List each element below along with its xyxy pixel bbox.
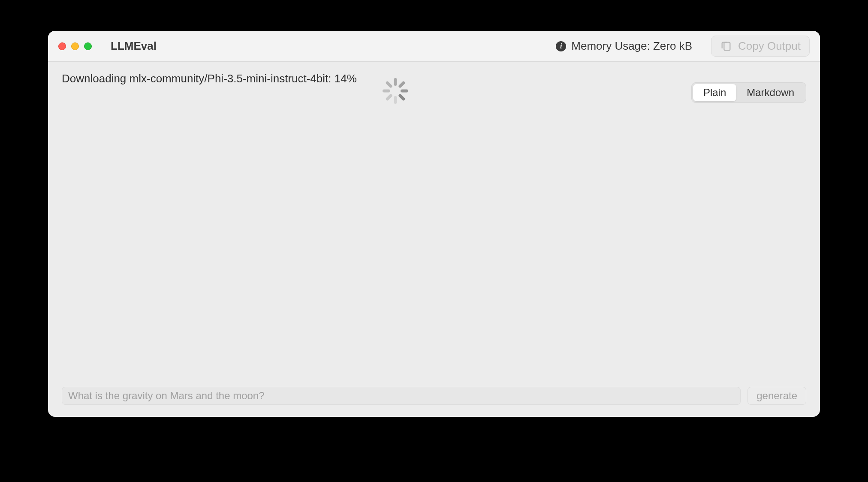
prompt-input[interactable]: [62, 387, 741, 405]
input-row: generate: [62, 387, 806, 407]
window-body: Downloading mlx-community/Phi-3.5-mini-i…: [48, 62, 820, 417]
svg-rect-0: [724, 42, 730, 50]
clipboard-icon: [720, 40, 732, 52]
app-window: LLMEval i Memory Usage: Zero kB Copy Out…: [48, 31, 820, 417]
minimize-window-button[interactable]: [71, 42, 79, 50]
loading-spinner: [383, 78, 408, 104]
tab-markdown[interactable]: Markdown: [736, 84, 805, 101]
traffic-lights: [58, 42, 92, 50]
app-title: LLMEval: [111, 39, 157, 53]
memory-usage: i Memory Usage: Zero kB: [556, 39, 692, 53]
generate-button[interactable]: generate: [747, 387, 806, 405]
info-icon: i: [556, 41, 566, 51]
copy-output-label: Copy Output: [738, 39, 801, 53]
copy-output-button[interactable]: Copy Output: [711, 36, 810, 57]
memory-usage-label: Memory Usage: Zero kB: [571, 39, 692, 53]
view-mode-segmented-control: Plain Markdown: [691, 82, 806, 103]
fullscreen-window-button[interactable]: [84, 42, 92, 50]
tab-plain[interactable]: Plain: [693, 84, 736, 101]
download-status-text: Downloading mlx-community/Phi-3.5-mini-i…: [62, 72, 357, 85]
titlebar: LLMEval i Memory Usage: Zero kB Copy Out…: [48, 31, 820, 62]
spinner-icon: [383, 78, 408, 104]
close-window-button[interactable]: [58, 42, 66, 50]
